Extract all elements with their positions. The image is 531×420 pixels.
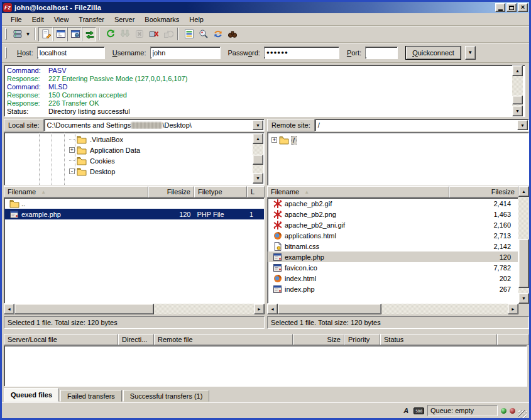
message-log[interactable]: Command:PASVResponse:227 Entering Passiv…: [4, 65, 525, 117]
port-input[interactable]: [366, 48, 397, 57]
local-path-dropdown-icon[interactable]: ▼: [253, 120, 263, 130]
expand-icon[interactable]: -: [69, 169, 75, 174]
reconnect-button[interactable]: [160, 27, 175, 41]
file-row--[interactable]: ..: [4, 198, 264, 209]
file-row-index-php[interactable]: index.php267: [268, 284, 518, 294]
remote-vscrollbar-thumb[interactable]: [518, 239, 529, 288]
scroll-left-icon[interactable]: ◄: [267, 304, 278, 314]
tree-item-cookies[interactable]: Cookies: [69, 155, 116, 166]
site-manager-button[interactable]: [9, 27, 24, 41]
column-header-filename-local[interactable]: Filename▲: [4, 186, 148, 197]
quickconnect-dropdown-button[interactable]: ▼: [465, 46, 476, 60]
site-manager-dropdown-button[interactable]: ▼: [24, 27, 32, 41]
minimize-button[interactable]: [495, 3, 505, 12]
local-tree-scrollbar[interactable]: ▲ ▼: [253, 133, 263, 184]
host-input[interactable]: [38, 48, 104, 57]
titlebar[interactable]: Fz john@localhost - FileZilla ×: [2, 2, 529, 13]
queue-column-status[interactable]: Status: [380, 334, 497, 345]
queue-column-directi-[interactable]: Directi...: [118, 334, 154, 345]
menu-server[interactable]: Server: [109, 14, 140, 25]
scroll-down-icon[interactable]: ▼: [253, 173, 263, 184]
tab-queued-files[interactable]: Queued files: [4, 388, 59, 402]
local-hscrollbar-thumb[interactable]: [14, 304, 154, 314]
speed-limits-icon[interactable]: 500: [413, 407, 424, 414]
toggle-local-tree-button[interactable]: [53, 27, 67, 41]
column-header-filesize-local[interactable]: Filesize: [148, 186, 194, 197]
local-tree-scrollbar-thumb[interactable]: [253, 155, 263, 165]
queue-column-priority[interactable]: Priority: [344, 334, 380, 345]
local-path-combo[interactable]: C:\Documents and Settings\Desktop\ ▼: [44, 119, 265, 131]
remote-path-combo[interactable]: / ▼: [315, 119, 529, 131]
column-header-filesize-remote[interactable]: Filesize: [449, 186, 518, 197]
remote-path-dropdown-icon[interactable]: ▼: [517, 120, 528, 130]
menu-help[interactable]: Help: [184, 14, 209, 25]
scroll-down-icon[interactable]: ▼: [518, 293, 529, 304]
filter-button[interactable]: [181, 27, 195, 41]
file-row-example-php[interactable]: example.php120: [268, 251, 518, 262]
password-input[interactable]: [265, 48, 339, 57]
scroll-up-icon[interactable]: ▲: [518, 186, 529, 197]
maximize-button[interactable]: [506, 3, 517, 12]
remote-hscrollbar[interactable]: ◄ ►: [267, 304, 518, 314]
file-row-favicon-ico[interactable]: favicon.ico7,782: [268, 262, 518, 273]
tree-item-label[interactable]: Cookies: [89, 157, 116, 165]
file-row-example-php[interactable]: example.php120PHP File1: [4, 209, 264, 219]
remote-directory-tree[interactable]: + /: [267, 132, 529, 185]
local-directory-tree[interactable]: ▲ ▼ .VirtualBox+Application DataCookies-…: [4, 132, 265, 185]
menu-view[interactable]: View: [49, 14, 74, 25]
data-type-indicator-icon[interactable]: A: [402, 407, 410, 414]
tree-item-application-data[interactable]: +Application Data: [69, 145, 141, 155]
process-queue-button[interactable]: [117, 27, 131, 41]
file-row-applications-html[interactable]: applications.html2,713: [268, 230, 518, 241]
toolbar-gripper[interactable]: [5, 28, 7, 40]
scroll-right-icon[interactable]: ►: [254, 304, 265, 314]
resize-grip[interactable]: [518, 410, 527, 418]
refresh-button[interactable]: [102, 27, 117, 41]
disconnect-button[interactable]: [146, 27, 160, 41]
toggle-message-log-button[interactable]: [38, 27, 53, 41]
column-header-l-local[interactable]: L: [247, 186, 265, 197]
toolbar-gripper[interactable]: [5, 47, 7, 58]
file-row-apache_pb2-gif[interactable]: apache_pb2.gif2,414: [268, 198, 518, 209]
tree-item-root[interactable]: + /: [271, 135, 297, 145]
log-scrollbar-thumb[interactable]: [512, 96, 523, 104]
scroll-down-icon[interactable]: ▼: [512, 106, 523, 116]
find-files-button[interactable]: [224, 27, 239, 41]
tree-item-label[interactable]: Application Data: [89, 146, 141, 154]
queue-column-blank[interactable]: [497, 334, 529, 345]
close-button[interactable]: ×: [518, 3, 528, 12]
file-row-index-html[interactable]: index.html202: [268, 273, 518, 284]
cancel-operation-button[interactable]: [131, 27, 146, 41]
file-row-bitnami-css[interactable]: bitnami.css2,142: [268, 241, 518, 251]
scroll-left-icon[interactable]: ◄: [4, 304, 14, 314]
menu-bookmarks[interactable]: Bookmarks: [140, 14, 184, 25]
column-header-filename-remote[interactable]: Filename▲: [267, 186, 449, 197]
tree-item-desktop[interactable]: -Desktop: [69, 166, 116, 177]
local-hscrollbar[interactable]: ◄ ►: [4, 304, 265, 314]
expand-icon[interactable]: +: [69, 147, 75, 153]
tree-item-label[interactable]: .VirtualBox: [89, 136, 124, 143]
column-header-filetype-local[interactable]: Filetype: [194, 186, 247, 197]
file-row-apache_pb2_ani-gif[interactable]: apache_pb2_ani.gif2,160: [268, 219, 518, 230]
expand-icon[interactable]: +: [271, 137, 277, 143]
menu-edit[interactable]: Edit: [27, 14, 49, 25]
file-row-apache_pb2-png[interactable]: apache_pb2.png1,463: [268, 209, 518, 219]
local-file-list[interactable]: ..example.php120PHP File1: [4, 197, 265, 304]
tree-item-label[interactable]: /: [291, 136, 297, 145]
toggle-remote-tree-button[interactable]: [67, 27, 82, 41]
directory-comparison-button[interactable]: [195, 27, 210, 41]
scroll-up-icon[interactable]: ▲: [253, 133, 263, 144]
remote-hscrollbar-thumb[interactable]: [278, 304, 381, 314]
scroll-right-icon[interactable]: ►: [508, 304, 518, 314]
transfer-queue-list[interactable]: [4, 345, 527, 387]
tab-successful-transfers-1-[interactable]: Successful transfers (1): [123, 390, 210, 402]
tab-failed-transfers[interactable]: Failed transfers: [60, 390, 122, 402]
queue-column-server-local-file[interactable]: Server/Local file: [4, 334, 118, 345]
remote-vscrollbar[interactable]: ▲ ▼: [518, 186, 529, 304]
synchronized-browsing-button[interactable]: [210, 27, 224, 41]
username-input[interactable]: [151, 48, 220, 57]
menu-transfer[interactable]: Transfer: [74, 14, 109, 25]
menu-file[interactable]: File: [6, 14, 27, 25]
quickconnect-button[interactable]: Quickconnect: [405, 46, 461, 60]
queue-column-size[interactable]: Size: [293, 334, 344, 345]
